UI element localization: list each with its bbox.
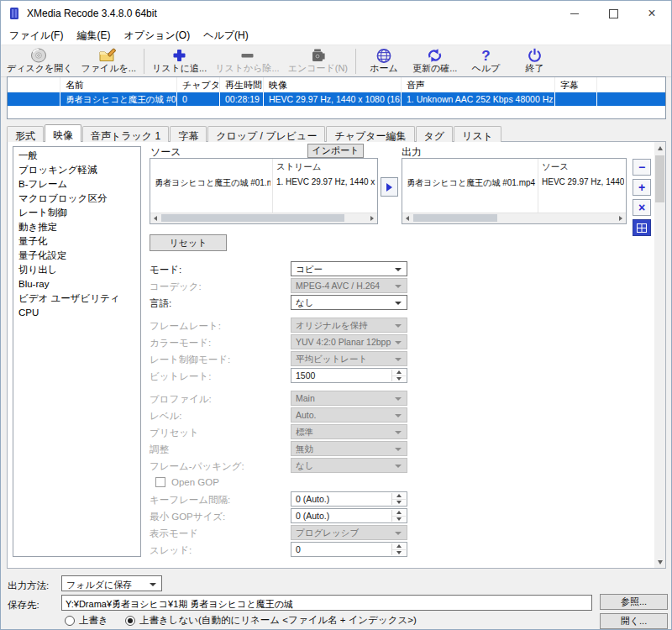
scrollbar-thumb[interactable] bbox=[161, 214, 344, 222]
tab-6[interactable]: タグ bbox=[416, 126, 454, 142]
spin-down-icon[interactable] bbox=[392, 500, 406, 506]
tab-3[interactable]: 字幕 bbox=[170, 126, 207, 142]
overwrite-radio[interactable]: 上書き bbox=[65, 614, 108, 627]
sidebar-item-2[interactable]: B-フレーム bbox=[13, 177, 140, 192]
menu-item-3[interactable]: ヘルプ(H) bbox=[197, 26, 255, 45]
scroll-left-arrow-icon[interactable] bbox=[402, 213, 412, 223]
file-list-column-header[interactable]: 映像 bbox=[264, 77, 402, 92]
toolbar-button-quit[interactable]: 終了 bbox=[510, 47, 559, 76]
scroll-right-arrow-icon[interactable] bbox=[616, 213, 626, 223]
file-list-column-header[interactable]: 音声 bbox=[402, 77, 555, 92]
tab-5[interactable]: チャプター編集 bbox=[326, 126, 414, 142]
select-mode[interactable]: コピー bbox=[291, 261, 407, 276]
spin-up-icon[interactable] bbox=[392, 543, 406, 550]
file-row-selected[interactable]: 勇者ヨシヒコと魔王の城 #01.mp4000:28:19HEVC 29.97 H… bbox=[8, 92, 665, 106]
tab-7[interactable]: リスト bbox=[454, 126, 501, 142]
clear-output-button[interactable]: × bbox=[633, 199, 651, 216]
sidebar-item-4[interactable]: レート制御 bbox=[13, 206, 140, 220]
file-list-column-header[interactable]: チャプター bbox=[177, 77, 220, 92]
rename-radio-label: 上書きしない(自動的にリネーム <ファイル名 + インデックス>) bbox=[139, 614, 417, 627]
save-path-input[interactable]: Y:¥Drama¥勇者ヨシヒコ¥1期 勇者ヨシヒコと魔王の城 bbox=[61, 595, 592, 611]
field-label-mode: モード: bbox=[150, 264, 181, 276]
import-button[interactable]: インポート bbox=[307, 144, 364, 158]
checkbox-open-gop[interactable] bbox=[155, 477, 165, 487]
file-list-column-header[interactable] bbox=[8, 77, 60, 92]
menu-item-2[interactable]: オプション(O) bbox=[117, 26, 197, 45]
tab-2[interactable]: 音声トラック 1 bbox=[82, 126, 169, 142]
toolbar-button-help[interactable]: ?ヘルプ bbox=[461, 47, 510, 76]
source-hscrollbar[interactable] bbox=[150, 213, 377, 223]
grid-view-button[interactable] bbox=[633, 219, 651, 236]
scrollbar-thumb[interactable] bbox=[413, 214, 497, 222]
toolbar-button-label: ファイルを... bbox=[81, 63, 136, 74]
spin-up-icon[interactable] bbox=[392, 370, 406, 376]
select-language[interactable]: なし bbox=[291, 295, 407, 310]
sidebar-item-8[interactable]: 切り出し bbox=[13, 263, 140, 277]
maximize-button[interactable] bbox=[594, 1, 633, 26]
toolbar-button-open-disc[interactable]: ディスクを開く bbox=[3, 47, 77, 76]
checkbox-label-open-gop: Open GOP bbox=[171, 477, 219, 487]
spinner-bitrate[interactable]: 1500 bbox=[291, 368, 407, 383]
tab-4[interactable]: クロップ / プレビュー bbox=[207, 126, 325, 142]
source-file-name[interactable]: 勇者ヨシヒコと魔王の城 #01.mp4 bbox=[155, 177, 270, 189]
sidebar-item-9[interactable]: Blu-ray bbox=[13, 277, 140, 291]
output-stream-value[interactable]: HEVC 29.97 Hz, 1440 x 108 bbox=[542, 177, 624, 186]
sidebar-item-1[interactable]: ブロッキング軽減 bbox=[13, 163, 140, 177]
file-list-column-header[interactable]: 字幕 bbox=[555, 77, 597, 92]
transfer-button[interactable] bbox=[381, 177, 398, 197]
menu-item-0[interactable]: ファイル(F) bbox=[3, 26, 70, 45]
tab-1[interactable]: 映像 bbox=[45, 124, 81, 142]
close-button[interactable]: × bbox=[633, 1, 671, 26]
output-hscrollbar[interactable] bbox=[402, 213, 626, 223]
sidebar-item-6[interactable]: 量子化 bbox=[13, 234, 140, 249]
sidebar-item-0[interactable]: 一般 bbox=[13, 149, 140, 163]
sidebar-item-5[interactable]: 動き推定 bbox=[13, 220, 140, 234]
open-button[interactable]: 開く... bbox=[600, 613, 668, 629]
tab-0[interactable]: 形式 bbox=[7, 126, 44, 142]
toolbar-button-home[interactable]: ホーム bbox=[360, 47, 408, 76]
file-list-column-header[interactable]: 再生時間 bbox=[220, 77, 264, 92]
sidebar-item-3[interactable]: マクロブロック区分 bbox=[13, 192, 140, 206]
file-row-cell bbox=[597, 92, 665, 106]
scrollbar-thumb[interactable] bbox=[655, 155, 664, 202]
toolbar-button-add-to-list[interactable]: リストに追... bbox=[148, 47, 211, 76]
vertical-scrollbar[interactable] bbox=[654, 142, 665, 568]
spinner-min-gop[interactable]: 0 (Auto.) bbox=[291, 508, 407, 523]
scroll-down-arrow-icon[interactable] bbox=[654, 556, 665, 568]
scroll-up-arrow-icon[interactable] bbox=[654, 142, 665, 154]
spin-down-icon[interactable] bbox=[392, 550, 406, 556]
select-profile: Main bbox=[291, 391, 407, 406]
file-list-column-header[interactable]: 名前 bbox=[60, 77, 177, 92]
form-row-framerate: フレームレート:オリジナルを保持 bbox=[150, 318, 412, 334]
toolbar-button-open-file[interactable]: ファイルを... bbox=[77, 47, 140, 76]
spin-up-icon[interactable] bbox=[392, 493, 406, 500]
toolbar-button-check-update[interactable]: 更新の確... bbox=[408, 47, 461, 76]
field-label-colormode: カラーモード: bbox=[150, 337, 211, 349]
output-method-select[interactable]: フォルダに保存 bbox=[61, 575, 162, 591]
menu-item-1[interactable]: 編集(E) bbox=[70, 26, 117, 45]
spin-down-icon[interactable] bbox=[392, 376, 406, 382]
app-window: XMedia Recode 3.4.8.0 64bit × ファイル(F)編集(… bbox=[0, 0, 672, 630]
minimize-button[interactable] bbox=[555, 1, 594, 26]
reset-button[interactable]: リセット bbox=[150, 234, 227, 251]
add-output-button[interactable]: + bbox=[633, 179, 651, 196]
form-row-displaymode: 表示モードプログレッシブ bbox=[150, 525, 412, 542]
sidebar-item-11[interactable]: CPU bbox=[13, 306, 140, 320]
rename-radio[interactable]: 上書きしない(自動的にリネーム <ファイル名 + インデックス>) bbox=[125, 614, 417, 627]
scroll-left-arrow-icon[interactable] bbox=[150, 213, 160, 223]
browse-button[interactable]: 参照... bbox=[600, 594, 668, 610]
source-stream-value[interactable]: 1. HEVC 29.97 Hz, 1440 x 1080 bbox=[276, 177, 375, 186]
sidebar-item-10[interactable]: ビデオ ユーザビリティ bbox=[13, 291, 140, 306]
file-row-cell: 1. Unknown AAC 252 Kbps 48000 Hz Stereo bbox=[402, 92, 555, 106]
spinner-keyframe[interactable]: 0 (Auto.) bbox=[291, 491, 407, 507]
spin-up-icon[interactable] bbox=[392, 510, 406, 517]
output-file-name[interactable]: 勇者ヨシヒコと魔王の城 #01.mp4 bbox=[407, 177, 536, 189]
window-title: XMedia Recode 3.4.8.0 64bit bbox=[27, 8, 157, 19]
spin-down-icon[interactable] bbox=[392, 517, 406, 522]
remove-output-button[interactable]: − bbox=[633, 159, 651, 176]
file-row-cell: HEVC 29.97 Hz, 1440 x 1080 (16:9),... bbox=[264, 92, 402, 106]
sidebar-item-7[interactable]: 量子化設定 bbox=[13, 249, 140, 263]
spin-buttons bbox=[391, 493, 406, 505]
spinner-threads[interactable]: 0 bbox=[291, 542, 407, 557]
scroll-right-arrow-icon[interactable] bbox=[367, 213, 377, 223]
